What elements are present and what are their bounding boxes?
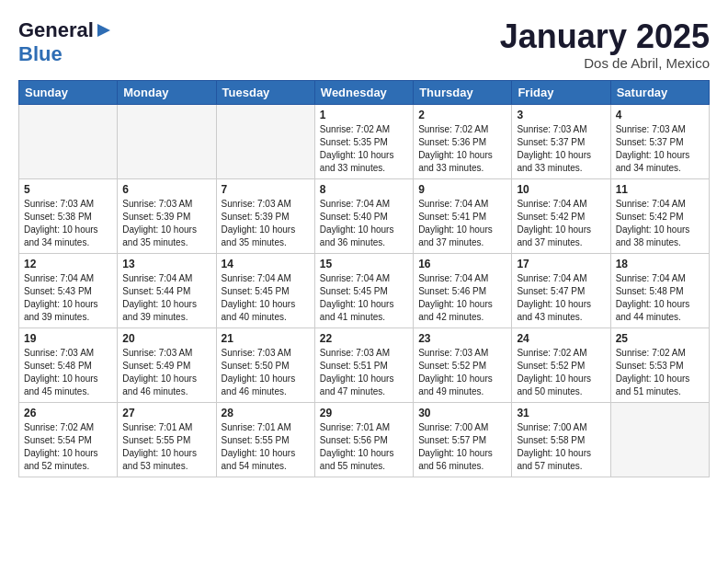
table-row: 23Sunrise: 7:03 AM Sunset: 5:52 PM Dayli… <box>414 327 512 402</box>
day-info: Sunrise: 7:01 AM Sunset: 5:55 PM Dayligh… <box>222 421 310 473</box>
day-info: Sunrise: 7:02 AM Sunset: 5:54 PM Dayligh… <box>24 421 112 473</box>
calendar-week-row: 12Sunrise: 7:04 AM Sunset: 5:43 PM Dayli… <box>19 253 710 327</box>
day-info: Sunrise: 7:03 AM Sunset: 5:39 PM Dayligh… <box>222 198 310 249</box>
day-info: Sunrise: 7:04 AM Sunset: 5:41 PM Dayligh… <box>418 198 506 249</box>
day-info: Sunrise: 7:03 AM Sunset: 5:37 PM Dayligh… <box>616 123 704 175</box>
header-sunday: Sunday <box>19 80 118 104</box>
table-row: 16Sunrise: 7:04 AM Sunset: 5:46 PM Dayli… <box>414 253 512 327</box>
day-number: 16 <box>418 258 506 270</box>
calendar-table: Sunday Monday Tuesday Wednesday Thursday… <box>18 80 710 477</box>
table-row: 3Sunrise: 7:03 AM Sunset: 5:37 PM Daylig… <box>512 104 610 178</box>
day-number: 10 <box>517 183 605 196</box>
day-number: 18 <box>616 258 704 270</box>
table-row: 13Sunrise: 7:04 AM Sunset: 5:44 PM Dayli… <box>118 253 216 327</box>
table-row: 21Sunrise: 7:03 AM Sunset: 5:50 PM Dayli… <box>216 327 314 402</box>
day-number: 19 <box>24 332 112 345</box>
header-wednesday: Wednesday <box>314 80 413 104</box>
table-row: 8Sunrise: 7:04 AM Sunset: 5:40 PM Daylig… <box>314 178 413 253</box>
table-row: 9Sunrise: 7:04 AM Sunset: 5:41 PM Daylig… <box>414 178 512 253</box>
day-info: Sunrise: 7:00 AM Sunset: 5:57 PM Dayligh… <box>418 421 506 473</box>
header-tuesday: Tuesday <box>216 80 314 104</box>
day-number: 11 <box>616 183 704 196</box>
day-info: Sunrise: 7:04 AM Sunset: 5:45 PM Dayligh… <box>320 272 408 324</box>
day-info: Sunrise: 7:03 AM Sunset: 5:52 PM Dayligh… <box>418 347 506 398</box>
day-number: 7 <box>222 183 310 196</box>
day-number: 21 <box>222 332 310 345</box>
header: General Blue January 2025 Dos de Abril, … <box>18 18 710 71</box>
day-info: Sunrise: 7:04 AM Sunset: 5:48 PM Dayligh… <box>616 272 704 324</box>
table-row <box>216 104 314 178</box>
day-info: Sunrise: 7:02 AM Sunset: 5:53 PM Dayligh… <box>616 347 704 398</box>
calendar-week-row: 5Sunrise: 7:03 AM Sunset: 5:38 PM Daylig… <box>19 178 710 253</box>
header-friday: Friday <box>512 80 610 104</box>
day-number: 15 <box>320 258 408 270</box>
table-row: 6Sunrise: 7:03 AM Sunset: 5:39 PM Daylig… <box>118 178 216 253</box>
table-row <box>610 402 709 477</box>
day-number: 3 <box>517 109 605 121</box>
day-info: Sunrise: 7:01 AM Sunset: 5:55 PM Dayligh… <box>122 421 210 473</box>
calendar-week-row: 19Sunrise: 7:03 AM Sunset: 5:48 PM Dayli… <box>19 327 710 402</box>
day-info: Sunrise: 7:04 AM Sunset: 5:40 PM Dayligh… <box>320 198 408 249</box>
day-info: Sunrise: 7:04 AM Sunset: 5:42 PM Dayligh… <box>616 198 704 249</box>
table-row: 26Sunrise: 7:02 AM Sunset: 5:54 PM Dayli… <box>19 402 118 477</box>
day-info: Sunrise: 7:04 AM Sunset: 5:47 PM Dayligh… <box>517 272 605 324</box>
table-row: 7Sunrise: 7:03 AM Sunset: 5:39 PM Daylig… <box>216 178 314 253</box>
day-info: Sunrise: 7:04 AM Sunset: 5:43 PM Dayligh… <box>24 272 112 324</box>
day-info: Sunrise: 7:04 AM Sunset: 5:42 PM Dayligh… <box>517 198 605 249</box>
table-row: 22Sunrise: 7:03 AM Sunset: 5:51 PM Dayli… <box>314 327 413 402</box>
logo: General Blue <box>18 18 112 66</box>
day-number: 29 <box>320 407 408 419</box>
table-row: 28Sunrise: 7:01 AM Sunset: 5:55 PM Dayli… <box>216 402 314 477</box>
header-saturday: Saturday <box>610 80 709 104</box>
header-monday: Monday <box>118 80 216 104</box>
day-number: 26 <box>24 407 112 419</box>
day-number: 31 <box>517 407 605 419</box>
day-number: 1 <box>320 109 408 121</box>
table-row: 20Sunrise: 7:03 AM Sunset: 5:49 PM Dayli… <box>118 327 216 402</box>
day-number: 22 <box>320 332 408 345</box>
table-row <box>19 104 118 178</box>
svg-marker-0 <box>97 24 110 37</box>
day-number: 12 <box>24 258 112 270</box>
day-info: Sunrise: 7:03 AM Sunset: 5:37 PM Dayligh… <box>517 123 605 175</box>
table-row: 25Sunrise: 7:02 AM Sunset: 5:53 PM Dayli… <box>610 327 709 402</box>
title-block: January 2025 Dos de Abril, Mexico <box>500 18 710 71</box>
day-number: 23 <box>418 332 506 345</box>
day-number: 8 <box>320 183 408 196</box>
day-number: 9 <box>418 183 506 196</box>
page: General Blue January 2025 Dos de Abril, … <box>0 0 728 496</box>
logo-general: General <box>18 18 94 42</box>
day-number: 24 <box>517 332 605 345</box>
day-number: 20 <box>122 332 210 345</box>
day-info: Sunrise: 7:02 AM Sunset: 5:35 PM Dayligh… <box>320 123 408 175</box>
day-number: 2 <box>418 109 506 121</box>
day-number: 6 <box>122 183 210 196</box>
table-row <box>118 104 216 178</box>
day-info: Sunrise: 7:00 AM Sunset: 5:58 PM Dayligh… <box>517 421 605 473</box>
day-info: Sunrise: 7:01 AM Sunset: 5:56 PM Dayligh… <box>320 421 408 473</box>
table-row: 27Sunrise: 7:01 AM Sunset: 5:55 PM Dayli… <box>118 402 216 477</box>
table-row: 19Sunrise: 7:03 AM Sunset: 5:48 PM Dayli… <box>19 327 118 402</box>
day-number: 28 <box>222 407 310 419</box>
table-row: 5Sunrise: 7:03 AM Sunset: 5:38 PM Daylig… <box>19 178 118 253</box>
table-row: 29Sunrise: 7:01 AM Sunset: 5:56 PM Dayli… <box>314 402 413 477</box>
day-info: Sunrise: 7:02 AM Sunset: 5:36 PM Dayligh… <box>418 123 506 175</box>
table-row: 18Sunrise: 7:04 AM Sunset: 5:48 PM Dayli… <box>610 253 709 327</box>
day-number: 27 <box>122 407 210 419</box>
day-number: 14 <box>222 258 310 270</box>
table-row: 2Sunrise: 7:02 AM Sunset: 5:36 PM Daylig… <box>414 104 512 178</box>
day-info: Sunrise: 7:04 AM Sunset: 5:46 PM Dayligh… <box>418 272 506 324</box>
day-number: 4 <box>616 109 704 121</box>
day-info: Sunrise: 7:03 AM Sunset: 5:51 PM Dayligh… <box>320 347 408 398</box>
day-number: 13 <box>122 258 210 270</box>
day-number: 30 <box>418 407 506 419</box>
calendar-week-row: 26Sunrise: 7:02 AM Sunset: 5:54 PM Dayli… <box>19 402 710 477</box>
day-number: 5 <box>24 183 112 196</box>
day-info: Sunrise: 7:04 AM Sunset: 5:45 PM Dayligh… <box>222 272 310 324</box>
logo-line1: General <box>18 18 112 42</box>
logo-triangle-icon <box>96 22 112 39</box>
table-row: 12Sunrise: 7:04 AM Sunset: 5:43 PM Dayli… <box>19 253 118 327</box>
table-row: 14Sunrise: 7:04 AM Sunset: 5:45 PM Dayli… <box>216 253 314 327</box>
day-info: Sunrise: 7:03 AM Sunset: 5:39 PM Dayligh… <box>122 198 210 249</box>
table-row: 11Sunrise: 7:04 AM Sunset: 5:42 PM Dayli… <box>610 178 709 253</box>
